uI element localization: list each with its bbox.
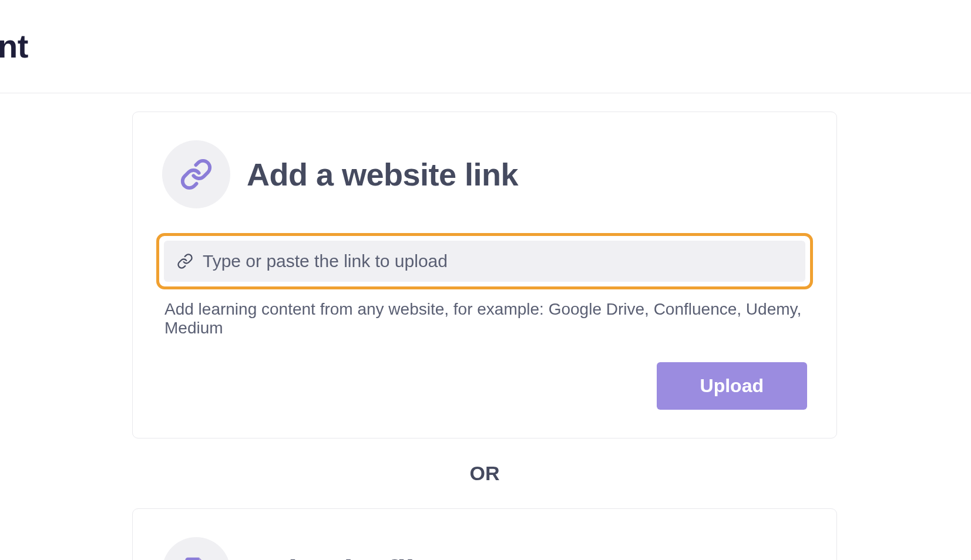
upload-file-card: Upload a file	[132, 508, 837, 560]
input-highlight	[156, 233, 813, 289]
upload-file-title: Upload a file	[247, 553, 432, 560]
link-icon-circle	[162, 140, 230, 208]
link-helper-text: Add learning content from any website, f…	[164, 300, 807, 338]
or-separator: OR	[132, 462, 837, 485]
link-input[interactable]	[203, 251, 792, 271]
button-row: Upload	[162, 362, 807, 410]
link-input-container[interactable]	[164, 241, 805, 282]
header-divider	[0, 93, 971, 93]
link-input-icon	[177, 253, 193, 269]
upload-link-button[interactable]: Upload	[657, 362, 807, 410]
file-video-icon	[180, 555, 213, 560]
page-title: nt	[0, 27, 28, 65]
add-link-card: Add a website link Add learning content …	[132, 112, 837, 438]
card-header: Add a website link	[162, 140, 807, 208]
main-content: Add a website link Add learning content …	[132, 112, 837, 560]
add-link-title: Add a website link	[247, 156, 518, 193]
file-icon-circle	[162, 537, 230, 560]
link-icon	[180, 158, 213, 191]
file-card-header: Upload a file	[162, 537, 807, 560]
